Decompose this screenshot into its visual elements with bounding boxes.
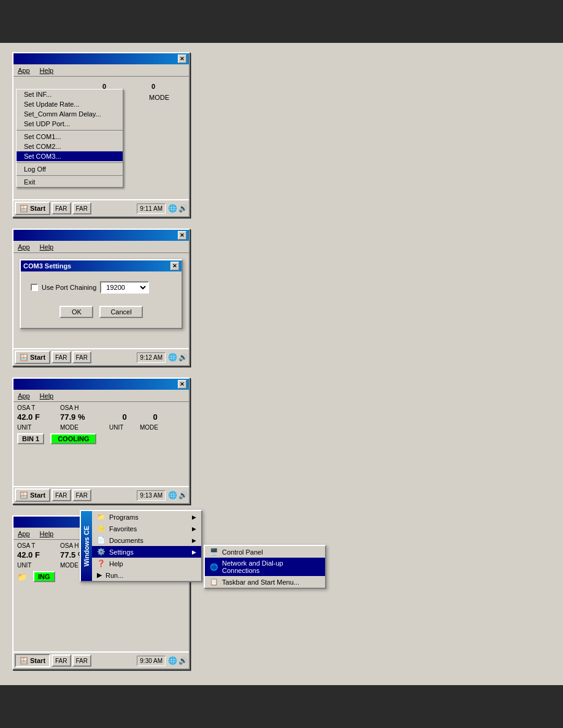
screen1-time: 9:11 AM (137, 203, 166, 214)
screen2-tb-icon1: 🌐 (168, 353, 177, 362)
dialog-cancel-btn[interactable]: Cancel (99, 306, 142, 318)
start-icon2: 🪟 (20, 354, 28, 362)
menu-exit[interactable]: Exit (17, 177, 123, 187)
taskbar-icon: 📋 (210, 578, 218, 586)
menu-set-com2[interactable]: Set COM2... (17, 142, 123, 151)
start-icon3: 🪟 (20, 491, 28, 499)
start-menu-documents[interactable]: 📄 Documents ▶ (92, 534, 201, 546)
start-menu-help[interactable]: ❓ Help (92, 558, 201, 569)
start-menu-programs[interactable]: 📁 Programs ▶ (92, 511, 201, 523)
screen1-menu-help[interactable]: Help (38, 66, 56, 75)
dialog-buttons: OK Cancel (31, 306, 172, 318)
menu-set-inf[interactable]: Set INF... (17, 89, 123, 99)
programs-label: Programs (109, 514, 139, 521)
start-menu-run[interactable]: ▶ Run... (92, 569, 201, 581)
screen1-menubar: App Help (13, 64, 189, 77)
control-panel-icon: 🖥️ (210, 548, 218, 556)
screen4-start-btn[interactable]: 🪟 Start (15, 654, 50, 667)
menu-set-udp-port[interactable]: Set UDP Port... (17, 119, 123, 129)
screen2-start-btn[interactable]: 🪟 Start (15, 351, 50, 364)
start-label3: Start (30, 491, 45, 499)
screen3-frame: ✕ App Help OSA T OSA H 42.0 F (12, 377, 190, 504)
menu-set-com3[interactable]: Set COM3... (17, 151, 123, 161)
screen1-titlebar: ✕ (13, 53, 189, 64)
screen2-menu-app[interactable]: App (16, 243, 32, 251)
menu-set-update-rate[interactable]: Set Update Rate... (17, 99, 123, 109)
dialog-checkbox[interactable] (31, 284, 38, 291)
bottom-bar (0, 685, 563, 728)
screen3-taskbar: 🪟 Start FAR FAR 9:13 AM 🌐 🔊 (13, 486, 189, 503)
menu-sep2 (17, 162, 123, 163)
screen1-close[interactable]: ✕ (178, 55, 186, 63)
screen3-tb-btn2[interactable]: FAR (72, 489, 91, 501)
screen3-tb-icon2: 🔊 (178, 491, 188, 499)
screen2-taskbar: 🪟 Start FAR FAR 9:12 AM 🌐 🔊 (13, 348, 189, 365)
screen1-window: ✕ App Help 0 0 (12, 52, 190, 218)
screen3-start-btn[interactable]: 🪟 Start (15, 488, 50, 502)
dialog-baud-select[interactable]: 19200 9600 38400 57600 115200 (100, 281, 149, 294)
screen3-tb-btn1[interactable]: FAR (52, 489, 71, 501)
settings-arrow: ▶ (192, 549, 196, 555)
network-icon: 🌐 (210, 563, 218, 571)
screen4-tb-btn2[interactable]: FAR (72, 654, 91, 667)
screen1-mode-label: MODE (149, 94, 184, 101)
screen4-tb-btn1[interactable]: FAR (52, 654, 71, 667)
menu-sep1 (17, 130, 123, 131)
start-menu-items: 📁 Programs ▶ ⭐ Favorites ▶ 📄 (92, 511, 201, 581)
screen1-tb-btn1[interactable]: FAR (52, 202, 71, 214)
start-menu-favorites[interactable]: ⭐ Favorites ▶ (92, 523, 201, 534)
documents-icon: 📄 (97, 536, 105, 544)
screen3-mode2-label: MODE (140, 424, 170, 431)
network-connections-label: Network and Dial-up Connections (222, 559, 320, 574)
screen4-menu-help[interactable]: Help (38, 529, 56, 538)
settings-submenu: 🖥️ Control Panel 🌐 Network and Dial-up C… (204, 545, 326, 589)
taskbar-start-label: Taskbar and Start Menu... (222, 578, 299, 586)
screen2-close[interactable]: ✕ (178, 231, 186, 240)
screen3-close[interactable]: ✕ (178, 380, 186, 389)
submenu-taskbar-start[interactable]: 📋 Taskbar and Start Menu... (205, 576, 325, 588)
submenu-network-connections[interactable]: 🌐 Network and Dial-up Connections (205, 558, 325, 576)
start-label4: Start (30, 657, 45, 664)
menu-set-comm-alarm[interactable]: Set_Comm Alarm Delay... (17, 109, 123, 119)
screen2-tb-icon2: 🔊 (178, 353, 188, 362)
menu-set-com1[interactable]: Set COM1... (17, 132, 123, 142)
control-panel-label: Control Panel (222, 548, 263, 556)
screen3-titlebar: ✕ (13, 379, 189, 390)
screen2-tb-btn2[interactable]: FAR (72, 351, 91, 363)
screen3-menu-app[interactable]: App (16, 392, 32, 400)
screen2-frame: ✕ App Help COM3 Settings ✕ (12, 229, 190, 366)
favorites-icon: ⭐ (97, 525, 105, 533)
screen1-tb-icon2: 🔊 (178, 204, 188, 213)
screen1-tb-btn2[interactable]: FAR (72, 202, 91, 214)
top-bar (0, 0, 563, 43)
menu-log-off[interactable]: Log Off (17, 164, 123, 174)
dialog-close-btn[interactable]: ✕ (170, 262, 179, 270)
submenu-control-panel[interactable]: 🖥️ Control Panel (205, 546, 325, 558)
dialog-title-text: COM3 Settings (23, 262, 71, 270)
start-menu-sidebar-text: Windows CE (83, 526, 90, 567)
screen4-tb-icon2: 🔊 (178, 656, 188, 665)
start-menu-sidebar: Windows CE (81, 511, 92, 581)
screen2-menu-help[interactable]: Help (38, 243, 56, 251)
screen2-tb-btn1[interactable]: FAR (52, 351, 71, 363)
dialog-ok-btn[interactable]: OK (59, 306, 93, 318)
start-menu-settings[interactable]: ⚙️ Settings ▶ (92, 546, 201, 558)
screen1-val2: 0 (141, 83, 166, 90)
screen1-menu-app[interactable]: App (16, 66, 32, 75)
screen4-osa-t-label: OSA T (17, 542, 60, 549)
screen2-titlebar: ✕ (13, 230, 189, 241)
screen1-start-btn[interactable]: 🪟 Start (15, 202, 50, 215)
screen2-window: ✕ App Help COM3 Settings ✕ (12, 229, 190, 366)
screen4-osa-t-value: 42.0 F (17, 550, 60, 559)
screen1-frame: ✕ App Help 0 0 (12, 52, 190, 218)
screen4-frame: ✕ App Help OSA T OSA H 42.0 F (12, 515, 190, 670)
screen4-start-menu: Windows CE 📁 Programs ▶ ⭐ Favorites (80, 510, 202, 582)
content-area: ✕ App Help 0 0 (0, 43, 563, 685)
screen3-body: OSA T OSA H 42.0 F 77.9 % 0 0 UNIT (13, 402, 189, 486)
screen4-unit-label: UNIT (17, 562, 60, 569)
screen3-menu-help[interactable]: Help (38, 392, 56, 400)
screen3-window: ✕ App Help OSA T OSA H 42.0 F (12, 377, 190, 504)
menu-sep3 (17, 175, 123, 176)
screen4-menu-app[interactable]: App (16, 529, 32, 538)
screen3-cooling-badge: COOLING (50, 433, 96, 444)
